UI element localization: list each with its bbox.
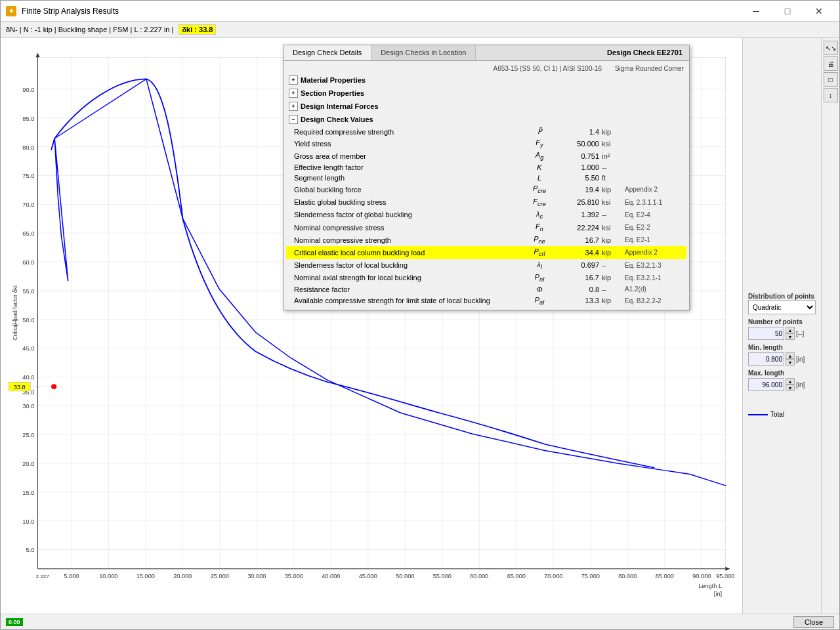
min-length-up[interactable]: ▲ bbox=[786, 352, 795, 359]
unit-nominal-comp-strength: kip bbox=[602, 236, 625, 244]
max-length-down[interactable]: ▼ bbox=[786, 385, 795, 391]
tab-design-checks-location[interactable]: Design Checks in Location bbox=[371, 45, 476, 60]
svg-text:75.0: 75.0 bbox=[22, 173, 34, 180]
section-section-properties[interactable]: + Section Properties bbox=[286, 87, 686, 100]
section-internal-forces[interactable]: + Design Internal Forces bbox=[286, 100, 686, 113]
toolbar-btn-3[interactable]: □ bbox=[824, 72, 838, 87]
num-points-input[interactable] bbox=[748, 327, 784, 340]
label-elastic-global-stress: Elastic global buckling stress bbox=[289, 198, 530, 206]
svg-text:95.000: 95.000 bbox=[716, 574, 734, 580]
svg-text:15.0: 15.0 bbox=[22, 490, 34, 496]
svg-marker-39 bbox=[725, 567, 730, 571]
num-points-down[interactable]: ▼ bbox=[786, 333, 795, 340]
sym-yield-stress: Fy bbox=[530, 138, 549, 148]
status-left: 0.00 bbox=[6, 618, 23, 626]
unit-nominal-axial-local: kip bbox=[602, 274, 625, 282]
val-nominal-axial-local: 16.7 bbox=[549, 274, 602, 282]
maximize-button[interactable]: □ bbox=[772, 1, 803, 22]
tab-design-check-details[interactable]: Design Check Details bbox=[284, 45, 371, 60]
ref-resistance-factor: A1.2(d) bbox=[625, 285, 684, 293]
section-check-values[interactable]: − Design Check Values bbox=[286, 113, 686, 126]
label-critical-local-buckling: Critical elastic local column buckling l… bbox=[289, 249, 530, 257]
label-yield-stress: Yield stress bbox=[289, 140, 530, 148]
num-points-unit: [--] bbox=[796, 330, 804, 337]
ref-critical-local-buckling: Appendix 2 bbox=[625, 249, 684, 256]
row-available-comp-strength: Available compressive strength for limit… bbox=[286, 295, 686, 307]
svg-text:65.0: 65.0 bbox=[22, 230, 34, 237]
num-points-spinners: ▲ ▼ bbox=[786, 327, 795, 340]
unit-critical-local-buckling: kip bbox=[602, 249, 625, 257]
svg-text:40.000: 40.000 bbox=[322, 574, 340, 580]
sym-required-compressive: P̄ bbox=[530, 127, 549, 136]
svg-text:5.0: 5.0 bbox=[26, 547, 35, 554]
row-eff-length: Effective length factor K 1.000 -- bbox=[286, 162, 686, 173]
svg-text:50.0: 50.0 bbox=[22, 317, 34, 324]
min-length-down[interactable]: ▼ bbox=[786, 359, 795, 366]
sym-nominal-axial-local: Pnl bbox=[530, 273, 549, 283]
row-elastic-global-stress: Elastic global buckling stress Fcre 25.8… bbox=[286, 196, 686, 209]
expand-check-icon[interactable]: − bbox=[289, 115, 298, 124]
label-nominal-axial-local: Nominal axial strength for local bucklin… bbox=[289, 274, 530, 282]
title-bar-buttons: ─ □ ✕ bbox=[741, 1, 834, 22]
label-nominal-comp-strength: Nominal compressive strength bbox=[289, 236, 530, 244]
distribution-select[interactable]: Quadratic Linear Logarithmic bbox=[748, 300, 816, 314]
svg-text:30.0: 30.0 bbox=[22, 403, 34, 410]
label-segment-length: Segment length bbox=[289, 174, 530, 182]
minimize-button[interactable]: ─ bbox=[741, 1, 771, 22]
min-length-unit: [in] bbox=[796, 356, 805, 363]
svg-text:65.000: 65.000 bbox=[507, 574, 526, 580]
sym-segment-length: L bbox=[530, 174, 549, 182]
svg-text:85.0: 85.0 bbox=[22, 116, 34, 122]
sym-gross-area: Ag bbox=[530, 151, 549, 161]
ref-slenderness-local: Eq. E3.2.1-3 bbox=[625, 262, 684, 269]
svg-text:20.000: 20.000 bbox=[173, 574, 192, 580]
sym-slenderness-global: λc bbox=[530, 210, 549, 220]
val-elastic-global-stress: 25.810 bbox=[549, 198, 602, 206]
toolbar-btn-4[interactable]: ↕ bbox=[824, 88, 838, 102]
max-length-up[interactable]: ▲ bbox=[786, 378, 795, 385]
svg-text:75.000: 75.000 bbox=[581, 574, 600, 580]
ref-slenderness-global: Eq. E2-4 bbox=[625, 211, 684, 219]
min-length-input[interactable] bbox=[748, 352, 784, 366]
section-material-properties[interactable]: + Material Properties bbox=[286, 74, 686, 87]
main-window: ★ Finite Strip Analysis Results ─ □ ✕ δN… bbox=[0, 0, 840, 630]
min-length-label: Min. length bbox=[748, 344, 816, 351]
close-window-button[interactable]: ✕ bbox=[804, 1, 834, 22]
chart-area: Design Check Details Design Checks in Lo… bbox=[1, 38, 742, 614]
popup-info-row1: A653-15 (SS 50, CI 1) | AISI S100-16 Sig… bbox=[286, 64, 686, 74]
max-length-input[interactable] bbox=[748, 378, 784, 391]
popup-panel: Design Check Details Design Checks in Lo… bbox=[283, 45, 690, 310]
expand-forces-icon[interactable]: + bbox=[289, 102, 298, 111]
svg-text:10.0: 10.0 bbox=[22, 518, 34, 525]
ref-global-buckling-force: Appendix 2 bbox=[625, 186, 684, 193]
unit-yield-stress: ksi bbox=[602, 140, 625, 148]
toolbar: δN- | N : -1 kip | Buckling shape | FSM … bbox=[1, 22, 839, 38]
val-required-compressive: 1.4 bbox=[549, 128, 602, 136]
num-points-row: ▲ ▼ [--] bbox=[748, 327, 816, 340]
sym-global-buckling-force: Pcre bbox=[530, 184, 549, 194]
toolbar-btn-print[interactable]: 🖨 bbox=[824, 56, 838, 71]
label-slenderness-local: Slenderness factor of local buckling bbox=[289, 261, 530, 269]
svg-text:55.000: 55.000 bbox=[433, 574, 452, 580]
expand-material-icon[interactable]: + bbox=[289, 75, 298, 85]
num-points-up[interactable]: ▲ bbox=[786, 327, 795, 333]
unit-slenderness-local: -- bbox=[602, 261, 625, 269]
label-resistance-factor: Resistance factor bbox=[289, 285, 530, 293]
svg-text:15.000: 15.000 bbox=[136, 574, 155, 580]
min-length-spinners: ▲ ▼ bbox=[786, 352, 795, 366]
val-available-comp-strength: 13.3 bbox=[549, 297, 602, 304]
svg-text:80.0: 80.0 bbox=[22, 144, 34, 151]
svg-text:25.0: 25.0 bbox=[22, 432, 34, 438]
unit-eff-length: -- bbox=[602, 163, 625, 171]
expand-section-icon[interactable]: + bbox=[289, 89, 298, 98]
svg-text:55.0: 55.0 bbox=[22, 288, 34, 295]
window-title: Finite Strip Analysis Results bbox=[22, 7, 741, 16]
val-eff-length: 1.000 bbox=[549, 163, 602, 171]
close-button[interactable]: Close bbox=[793, 616, 834, 628]
toolbar-btn-1[interactable]: ↖↘ bbox=[824, 41, 838, 55]
svg-text:50.000: 50.000 bbox=[396, 574, 414, 580]
section-properties-label: Section Properties bbox=[301, 89, 364, 97]
sym-elastic-global-stress: Fcre bbox=[530, 198, 549, 207]
sym-slenderness-local: λl bbox=[530, 261, 549, 270]
popup-body: A653-15 (SS 50, CI 1) | AISI S100-16 Sig… bbox=[284, 61, 689, 310]
